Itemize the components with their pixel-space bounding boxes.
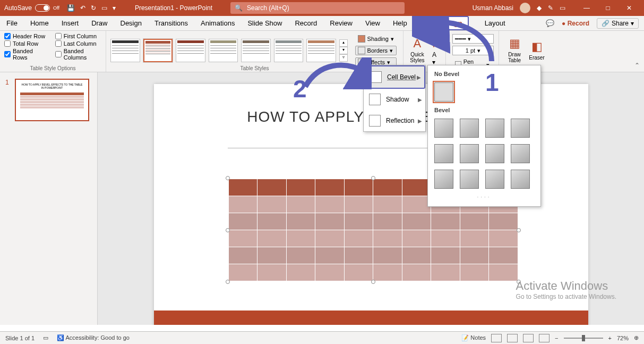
undo-icon[interactable]: ↶ xyxy=(80,4,85,12)
table-styles-gallery[interactable]: ▴ ▾ ▿ Shading ▾ Borders ▾ Effects ▾ xyxy=(110,33,399,68)
bevel-option-7[interactable] xyxy=(485,144,504,163)
coming-soon-icon[interactable]: ✎ xyxy=(548,4,553,12)
zoom-level[interactable]: 72% xyxy=(617,335,629,341)
collapse-ribbon-icon[interactable]: ⌃ xyxy=(634,62,640,69)
bevel-option-1[interactable] xyxy=(434,119,453,138)
opt-banded-rows[interactable]: Banded Rows xyxy=(4,48,48,61)
group-label-options: Table Style Options xyxy=(0,65,106,71)
autosave-state: Off xyxy=(53,5,59,11)
tab-file[interactable]: File xyxy=(0,16,24,30)
qat-more-icon[interactable]: ▾ xyxy=(113,4,116,12)
search-box[interactable]: 🔍 Search (Alt+Q) xyxy=(230,2,405,14)
user-avatar[interactable] xyxy=(520,3,530,13)
zoom-slider[interactable] xyxy=(564,338,603,339)
tab-view[interactable]: View xyxy=(359,16,387,30)
bevel-option-9[interactable] xyxy=(434,170,453,189)
tab-record[interactable]: Record xyxy=(288,16,323,30)
gallery-down[interactable]: ▾ xyxy=(339,47,348,54)
autosave-toggle[interactable]: AutoSave Off xyxy=(4,4,59,12)
tab-layout[interactable]: Layout xyxy=(478,16,512,30)
reflection-icon xyxy=(369,115,381,127)
maximize-button[interactable]: □ xyxy=(597,0,619,16)
bevel-none[interactable] xyxy=(434,82,453,102)
opt-header-row[interactable]: Header Row xyxy=(4,33,48,39)
bevel-label: Bevel xyxy=(428,105,540,115)
record-button[interactable]: ● Record xyxy=(562,20,589,27)
tab-transitions[interactable]: Transitions xyxy=(148,16,194,30)
chevron-right-icon: ▶ xyxy=(418,118,422,124)
shading-button[interactable]: Shading ▾ xyxy=(355,34,397,44)
draw-table-icon: ▦ xyxy=(509,37,520,51)
gallery-more[interactable]: ▿ xyxy=(339,54,348,62)
bevel-submenu: No Bevel Bevel ···· xyxy=(427,65,541,207)
pen-style-select[interactable]: ━━━ ▾ xyxy=(452,34,494,44)
slideshow-view-button[interactable] xyxy=(539,334,549,342)
opt-total-row[interactable]: Total Row xyxy=(4,40,48,47)
bevel-option-10[interactable] xyxy=(460,170,479,189)
bevel-option-12[interactable] xyxy=(511,170,530,189)
user-name: Usman Abbasi xyxy=(473,4,513,12)
bevel-option-11[interactable] xyxy=(485,170,504,189)
tab-draw[interactable]: Draw xyxy=(85,16,114,30)
fit-window-button[interactable]: ⊕ xyxy=(634,334,639,341)
bevel-option-8[interactable] xyxy=(511,144,530,163)
opt-banded-cols[interactable]: Banded Columns xyxy=(55,48,101,61)
bevel-option-4[interactable] xyxy=(511,119,530,138)
accessibility-status[interactable]: ♿ Accessibility: Good to go xyxy=(57,334,130,341)
menu-shadow[interactable]: Shadow ▶ xyxy=(364,89,425,110)
toggle-icon xyxy=(35,4,50,12)
tab-table-design[interactable]: Table Design xyxy=(414,16,469,30)
document-title: Presentation1 - PowerPoint xyxy=(135,4,212,12)
opt-first-col[interactable]: First Column xyxy=(55,33,101,39)
group-label-styles: Table Styles xyxy=(106,65,403,71)
tab-home[interactable]: Home xyxy=(24,16,55,30)
present-icon[interactable]: ▭ xyxy=(101,4,107,12)
share-button[interactable]: 🔗 Share ▾ xyxy=(597,18,639,29)
opt-last-col[interactable]: Last Column xyxy=(55,40,101,47)
quick-access-toolbar: 💾 ↶ ↻ ▭ ▾ xyxy=(67,4,116,12)
effects-dropdown: Cell Bevel ▶ Shadow ▶ Reflection ▶ xyxy=(363,65,426,132)
menu-cell-bevel[interactable]: Cell Bevel ▶ xyxy=(364,65,425,89)
bevel-option-3[interactable] xyxy=(485,119,504,138)
tab-design[interactable]: Design xyxy=(114,16,148,30)
slide-panel: 1 HOW TO APPLY BEVEL EFFECTS TO THE TABL… xyxy=(0,72,98,325)
ribbon-mode-icon[interactable]: ▭ xyxy=(560,4,565,12)
wordart-icon: A xyxy=(414,37,422,51)
normal-view-button[interactable] xyxy=(491,334,502,342)
ribbon: Header Row First Column Total Row Last C… xyxy=(0,31,644,72)
quick-styles-button[interactable]: AQuick Styles xyxy=(408,33,427,67)
tab-review[interactable]: Review xyxy=(323,16,359,30)
save-icon[interactable]: 💾 xyxy=(67,4,75,12)
activate-windows-watermark: Activate Windows Go to Settings to activ… xyxy=(516,279,616,300)
spellcheck-icon[interactable]: ▭ xyxy=(43,334,48,341)
zoom-out-button[interactable]: − xyxy=(555,335,558,341)
eraser-button[interactable]: ◧Eraser xyxy=(526,33,548,67)
gallery-up[interactable]: ▴ xyxy=(339,39,348,47)
slide-thumbnail-1[interactable]: HOW TO APPLY BEVEL EFFECTS TO THE TABLE … xyxy=(15,79,89,121)
text-fill-icon[interactable]: A ▾ xyxy=(432,34,439,49)
search-icon: 🔍 xyxy=(235,4,243,12)
title-bar: AutoSave Off 💾 ↶ ↻ ▭ ▾ Presentation1 - P… xyxy=(0,0,644,16)
pen-weight-select[interactable]: 1 pt ▾ xyxy=(452,46,494,55)
tab-insert[interactable]: Insert xyxy=(55,16,85,30)
comments-icon[interactable]: 💬 xyxy=(546,19,554,27)
borders-icon xyxy=(358,47,365,54)
notes-button[interactable]: 📝 Notes xyxy=(461,334,486,341)
bevel-option-5[interactable] xyxy=(434,144,453,163)
reading-view-button[interactable] xyxy=(523,334,534,342)
diamond-icon[interactable]: ◆ xyxy=(537,4,542,12)
tab-animations[interactable]: Animations xyxy=(194,16,241,30)
tab-help[interactable]: Help xyxy=(387,16,414,30)
bevel-option-6[interactable] xyxy=(460,144,479,163)
borders-button[interactable]: Borders ▾ xyxy=(355,46,397,55)
close-button[interactable]: ✕ xyxy=(619,0,640,16)
redo-icon[interactable]: ↻ xyxy=(91,4,96,12)
text-outline-icon[interactable]: A ▾ xyxy=(432,51,439,66)
tab-slideshow[interactable]: Slide Show xyxy=(241,16,288,30)
menu-reflection[interactable]: Reflection ▶ xyxy=(364,110,425,131)
zoom-in-button[interactable]: + xyxy=(608,335,612,341)
bevel-option-2[interactable] xyxy=(460,119,479,138)
sorter-view-button[interactable] xyxy=(507,334,518,342)
draw-table-button[interactable]: ▦Draw Table xyxy=(503,33,526,67)
minimize-button[interactable]: — xyxy=(576,0,597,16)
